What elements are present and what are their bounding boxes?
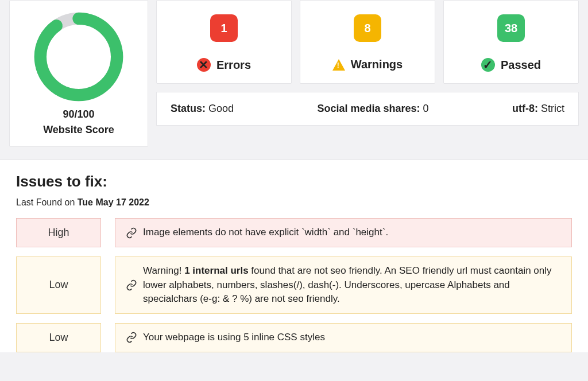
score-value: 90/100 bbox=[16, 108, 142, 120]
issue-description: Warning! 1 internal urls found that are … bbox=[115, 256, 572, 314]
score-label: Website Score bbox=[16, 124, 142, 136]
warning-icon bbox=[332, 59, 345, 71]
issue-description: Your webpage is using 5 inline CSS style… bbox=[115, 323, 572, 352]
issues-title: Issues to fix: bbox=[16, 173, 572, 190]
check-icon: ✓ bbox=[481, 58, 495, 72]
severity-badge: High bbox=[16, 218, 101, 247]
error-icon: ✕ bbox=[197, 58, 211, 72]
issues-section: Issues to fix: Last Found on Tue May 17 … bbox=[0, 160, 588, 352]
severity-badge: Low bbox=[16, 256, 101, 314]
shares-item: Social media shares: 0 bbox=[317, 103, 428, 115]
issue-row[interactable]: HighImage elements do not have explicit … bbox=[16, 218, 572, 247]
link-icon bbox=[126, 332, 137, 343]
encoding-item: utf-8: Strict bbox=[512, 103, 564, 115]
issue-description: Image elements do not have explicit `wid… bbox=[115, 218, 572, 247]
errors-card[interactable]: 1 ✕ Errors bbox=[156, 0, 292, 84]
issue-text: Image elements do not have explicit `wid… bbox=[143, 226, 388, 240]
issue-row[interactable]: LowYour webpage is using 5 inline CSS st… bbox=[16, 323, 572, 352]
issue-text: Warning! 1 internal urls found that are … bbox=[143, 264, 561, 306]
score-ring bbox=[33, 11, 125, 103]
warnings-card[interactable]: 8 Warnings bbox=[300, 0, 435, 84]
issue-row[interactable]: LowWarning! 1 internal urls found that a… bbox=[16, 256, 572, 314]
issues-list: HighImage elements do not have explicit … bbox=[16, 218, 572, 352]
issue-text: Your webpage is using 5 inline CSS style… bbox=[143, 331, 325, 345]
passed-label: Passed bbox=[501, 59, 541, 72]
warnings-label: Warnings bbox=[351, 58, 403, 71]
score-ring-fg bbox=[40, 18, 117, 95]
link-icon bbox=[126, 279, 137, 291]
errors-label: Errors bbox=[216, 59, 251, 72]
status-bar: Status: Good Social media shares: 0 utf-… bbox=[156, 92, 579, 126]
website-score-card: 90/100 Website Score bbox=[9, 0, 148, 147]
warnings-count: 8 bbox=[354, 14, 381, 42]
errors-count: 1 bbox=[210, 14, 238, 42]
passed-count: 38 bbox=[497, 14, 525, 42]
passed-card[interactable]: 38 ✓ Passed bbox=[443, 0, 579, 84]
severity-badge: Low bbox=[16, 323, 101, 352]
link-icon bbox=[126, 227, 137, 239]
status-item: Status: Good bbox=[171, 103, 234, 115]
issues-subtitle: Last Found on Tue May 17 2022 bbox=[16, 197, 572, 208]
